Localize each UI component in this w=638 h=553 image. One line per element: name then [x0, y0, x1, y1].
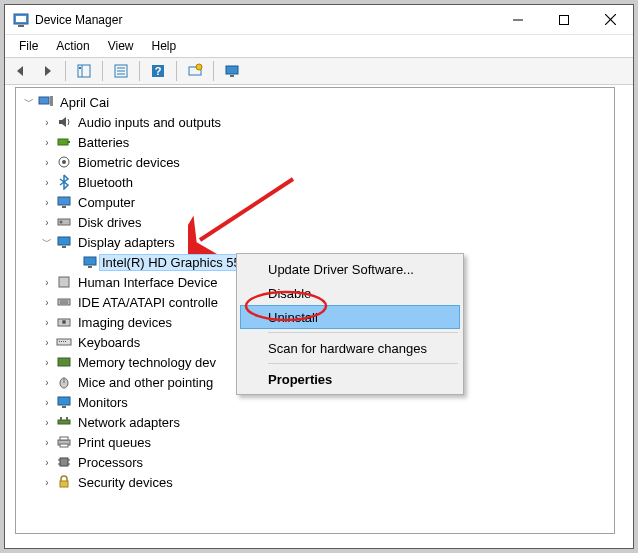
- tree-label: Audio inputs and outputs: [76, 115, 223, 130]
- tree-label: Network adapters: [76, 415, 182, 430]
- tree-label: Security devices: [76, 475, 175, 490]
- bluetooth-icon: [56, 174, 72, 190]
- chevron-down-icon[interactable]: ﹀: [40, 235, 54, 249]
- svg-point-25: [62, 160, 66, 164]
- toolbar-separator: [176, 61, 177, 81]
- chevron-right-icon[interactable]: ›: [40, 437, 54, 448]
- printer-icon: [56, 434, 72, 450]
- ctx-properties[interactable]: Properties: [240, 367, 460, 391]
- tree-label: Display adapters: [76, 235, 177, 250]
- ctx-uninstall[interactable]: Uninstall: [240, 305, 460, 329]
- tree-item-security[interactable]: › Security devices: [16, 472, 614, 492]
- chevron-right-icon[interactable]: ›: [40, 317, 54, 328]
- ctx-scan[interactable]: Scan for hardware changes: [240, 336, 460, 360]
- tree-label: Imaging devices: [76, 315, 174, 330]
- tree-item-audio[interactable]: › Audio inputs and outputs: [16, 112, 614, 132]
- ctx-disable[interactable]: Disable: [240, 281, 460, 305]
- menu-file[interactable]: File: [11, 37, 46, 55]
- tree-label: Processors: [76, 455, 145, 470]
- window-controls: [495, 5, 633, 34]
- chevron-right-icon[interactable]: ›: [40, 417, 54, 428]
- toolbar-separator: [213, 61, 214, 81]
- computer-icon: [56, 194, 72, 210]
- back-button[interactable]: [9, 60, 33, 82]
- svg-rect-41: [59, 341, 60, 342]
- chevron-right-icon[interactable]: ›: [40, 157, 54, 168]
- menu-help[interactable]: Help: [144, 37, 185, 55]
- svg-rect-7: [78, 65, 90, 77]
- tree-item-batteries[interactable]: › Batteries: [16, 132, 614, 152]
- tree-item-computer[interactable]: › Computer: [16, 192, 614, 212]
- forward-button[interactable]: [35, 60, 59, 82]
- toolbar-separator: [102, 61, 103, 81]
- tree-item-network[interactable]: › Network adapters: [16, 412, 614, 432]
- show-hide-tree-button[interactable]: [72, 60, 96, 82]
- chevron-right-icon[interactable]: ›: [40, 217, 54, 228]
- svg-rect-30: [58, 237, 70, 245]
- display-icon: [56, 234, 72, 250]
- menubar: File Action View Help: [5, 35, 633, 57]
- monitor-icon-button[interactable]: [220, 60, 244, 82]
- svg-rect-51: [60, 417, 62, 420]
- close-button[interactable]: [587, 5, 633, 34]
- chevron-right-icon[interactable]: ›: [40, 137, 54, 148]
- menu-view[interactable]: View: [100, 37, 142, 55]
- chevron-right-icon[interactable]: ›: [40, 197, 54, 208]
- tree-item-biometric[interactable]: › Biometric devices: [16, 152, 614, 172]
- svg-rect-44: [65, 341, 66, 342]
- chevron-right-icon[interactable]: ›: [40, 477, 54, 488]
- chevron-down-icon[interactable]: ﹀: [22, 95, 36, 109]
- svg-rect-9: [79, 67, 81, 69]
- tree-item-display[interactable]: ﹀ Display adapters: [16, 232, 614, 252]
- svg-rect-22: [58, 139, 68, 145]
- scan-button[interactable]: [183, 60, 207, 82]
- svg-rect-1: [16, 16, 26, 22]
- tree-label: Computer: [76, 195, 137, 210]
- tree-label: Keyboards: [76, 335, 142, 350]
- tree-root[interactable]: ﹀ April Cai: [16, 92, 614, 112]
- app-icon: [13, 12, 29, 28]
- display-icon: [82, 254, 98, 270]
- svg-rect-45: [58, 358, 70, 366]
- monitor-icon: [56, 394, 72, 410]
- tree-item-bluetooth[interactable]: › Bluetooth: [16, 172, 614, 192]
- chevron-right-icon[interactable]: ›: [40, 457, 54, 468]
- toolbar-separator: [65, 61, 66, 81]
- chevron-right-icon[interactable]: ›: [40, 337, 54, 348]
- chevron-right-icon[interactable]: ›: [40, 297, 54, 308]
- help-button[interactable]: ?: [146, 60, 170, 82]
- imaging-icon: [56, 314, 72, 330]
- ide-icon: [56, 294, 72, 310]
- chevron-right-icon[interactable]: ›: [40, 177, 54, 188]
- memory-icon: [56, 354, 72, 370]
- chevron-right-icon[interactable]: ›: [40, 117, 54, 128]
- svg-rect-18: [226, 66, 238, 74]
- minimize-button[interactable]: [495, 5, 541, 34]
- tree-label: Batteries: [76, 135, 131, 150]
- properties-button[interactable]: [109, 60, 133, 82]
- svg-rect-34: [59, 277, 69, 287]
- svg-rect-31: [62, 246, 66, 248]
- network-icon: [56, 414, 72, 430]
- battery-icon: [56, 134, 72, 150]
- ctx-update-driver[interactable]: Update Driver Software...: [240, 257, 460, 281]
- chevron-right-icon[interactable]: ›: [40, 397, 54, 408]
- tree-label: Disk drives: [76, 215, 144, 230]
- svg-rect-43: [63, 341, 64, 342]
- svg-rect-52: [66, 417, 68, 420]
- tree-item-diskdrives[interactable]: › Disk drives: [16, 212, 614, 232]
- maximize-button[interactable]: [541, 5, 587, 34]
- menu-action[interactable]: Action: [48, 37, 97, 55]
- svg-rect-2: [18, 25, 24, 27]
- tree-item-printqueues[interactable]: › Print queues: [16, 432, 614, 452]
- svg-point-39: [62, 320, 66, 324]
- processor-icon: [56, 454, 72, 470]
- tree-item-monitors[interactable]: › Monitors: [16, 392, 614, 412]
- toolbar: ?: [5, 57, 633, 85]
- chevron-right-icon[interactable]: ›: [40, 377, 54, 388]
- chevron-right-icon[interactable]: ›: [40, 277, 54, 288]
- context-menu: Update Driver Software... Disable Uninst…: [236, 253, 464, 395]
- chevron-right-icon[interactable]: ›: [40, 357, 54, 368]
- svg-rect-50: [58, 420, 70, 424]
- tree-item-processors[interactable]: › Processors: [16, 452, 614, 472]
